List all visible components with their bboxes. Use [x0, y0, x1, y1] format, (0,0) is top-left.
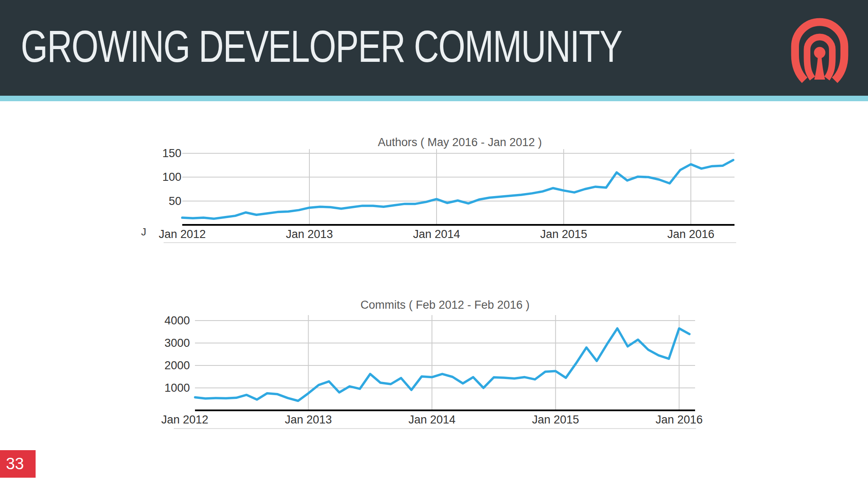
- chart-title: Authors ( May 2016 - Jan 2012 ): [378, 136, 542, 149]
- stray-axis-label: J: [141, 226, 146, 238]
- y-tick-label: 50: [169, 195, 181, 208]
- x-tick-label: Jan 2013: [286, 228, 333, 241]
- y-tick-label: 4000: [164, 314, 190, 327]
- x-tick-label: Jan 2015: [532, 413, 579, 426]
- authors-chart: 50100150Jan 2012Jan 2013Jan 2014Jan 2015…: [141, 136, 736, 243]
- y-tick-label: 2000: [164, 359, 190, 372]
- commits-chart: 1000200030004000Jan 2012Jan 2013Jan 2014…: [161, 299, 703, 429]
- x-tick-label: Jan 2014: [413, 228, 460, 241]
- authors-line-series: [182, 160, 733, 219]
- page-number: 33: [6, 455, 24, 473]
- y-tick-label: 150: [162, 147, 181, 160]
- page-number-badge: 33: [0, 450, 36, 478]
- x-tick-label: Jan 2012: [159, 228, 206, 241]
- x-tick-label: Jan 2016: [656, 413, 703, 426]
- x-tick-label: Jan 2015: [540, 228, 587, 241]
- y-tick-label: 1000: [164, 382, 190, 394]
- x-tick-label: Jan 2014: [409, 413, 456, 426]
- x-tick-label: Jan 2012: [161, 413, 208, 426]
- charts-canvas: 50100150Jan 2012Jan 2013Jan 2014Jan 2015…: [0, 0, 868, 487]
- chart-title: Commits ( Feb 2012 - Feb 2016 ): [360, 299, 529, 311]
- y-tick-label: 3000: [164, 337, 190, 349]
- x-tick-label: Jan 2013: [285, 413, 332, 426]
- x-tick-label: Jan 2016: [667, 228, 714, 241]
- y-tick-label: 100: [162, 171, 181, 183]
- commits-line-series: [195, 329, 689, 401]
